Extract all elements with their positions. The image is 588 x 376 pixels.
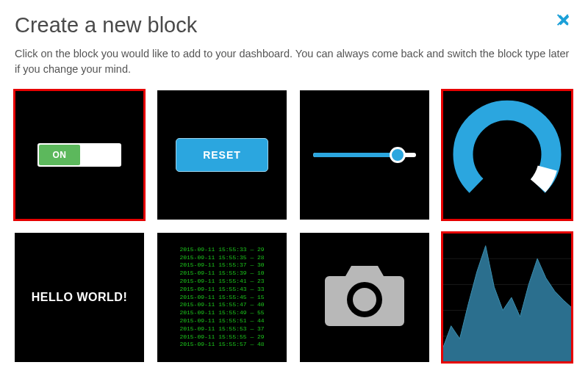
line-chart-icon <box>442 233 572 362</box>
block-line-chart[interactable] <box>442 233 572 362</box>
stream-log: 2015-09-11 15:55:33 — 29 2015-09-11 15:5… <box>179 246 264 349</box>
block-grid: ON RESET HELLO WORLD! 2015-09-11 15:55:3… <box>15 90 573 362</box>
block-slider[interactable] <box>300 90 429 220</box>
block-stream[interactable]: 2015-09-11 15:55:33 — 29 2015-09-11 15:5… <box>157 233 287 362</box>
gauge-icon <box>452 100 562 210</box>
block-text[interactable]: HELLO WORLD! <box>15 233 144 362</box>
close-icon[interactable] <box>556 12 572 31</box>
modal-title: Create a new block <box>15 13 573 37</box>
block-image[interactable] <box>300 233 429 362</box>
modal-subtitle: Click on the block you would like to add… <box>15 46 573 77</box>
block-gauge[interactable] <box>442 90 572 220</box>
camera-icon <box>320 261 409 334</box>
slider-control <box>313 151 416 159</box>
reset-button: RESET <box>176 138 268 172</box>
toggle-switch: ON <box>37 143 121 167</box>
block-toggle[interactable]: ON <box>15 90 144 220</box>
svg-point-3 <box>353 288 376 311</box>
toggle-on-label: ON <box>39 145 80 165</box>
block-button[interactable]: RESET <box>157 90 287 220</box>
text-block-content: HELLO WORLD! <box>32 291 127 304</box>
